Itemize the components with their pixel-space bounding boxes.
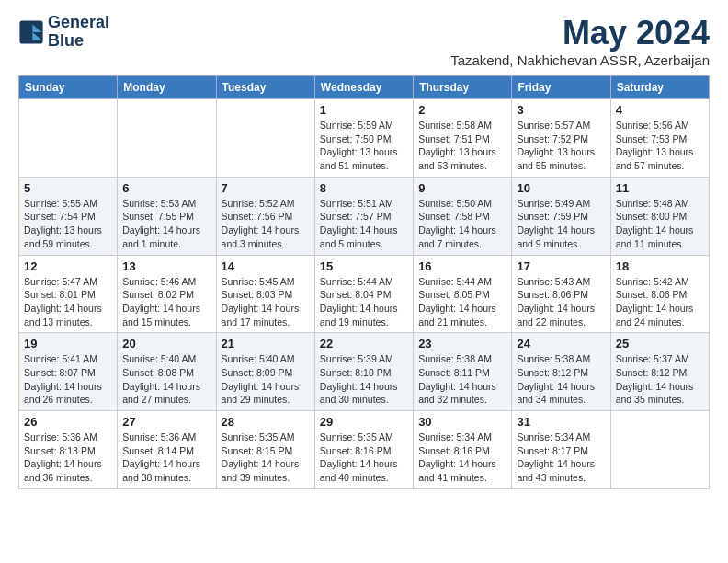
day-number: 12 xyxy=(24,259,112,273)
calendar-day-cell: 26Sunrise: 5:36 AM Sunset: 8:13 PM Dayli… xyxy=(19,411,118,489)
day-number: 14 xyxy=(222,259,310,273)
calendar-day-cell: 19Sunrise: 5:41 AM Sunset: 8:07 PM Dayli… xyxy=(19,333,118,411)
day-info: Sunrise: 5:44 AM Sunset: 8:05 PM Dayligh… xyxy=(418,275,506,329)
day-info: Sunrise: 5:39 AM Sunset: 8:10 PM Dayligh… xyxy=(320,352,408,407)
day-number: 5 xyxy=(24,181,112,195)
calendar-day-cell: 13Sunrise: 5:46 AM Sunset: 8:02 PM Dayli… xyxy=(118,255,216,333)
day-number: 25 xyxy=(616,337,704,350)
calendar-week-row: 26Sunrise: 5:36 AM Sunset: 8:13 PM Dayli… xyxy=(19,411,710,489)
day-info: Sunrise: 5:58 AM Sunset: 7:51 PM Dayligh… xyxy=(418,119,506,173)
calendar-day-cell: 18Sunrise: 5:42 AM Sunset: 8:06 PM Dayli… xyxy=(610,255,709,333)
col-sunday: Sunday xyxy=(19,76,118,99)
calendar-day-cell: 5Sunrise: 5:55 AM Sunset: 7:54 PM Daylig… xyxy=(19,177,118,255)
day-info: Sunrise: 5:48 AM Sunset: 8:00 PM Dayligh… xyxy=(616,197,704,251)
day-info: Sunrise: 5:56 AM Sunset: 7:53 PM Dayligh… xyxy=(616,119,704,173)
calendar-body: 1Sunrise: 5:59 AM Sunset: 7:50 PM Daylig… xyxy=(19,99,710,489)
day-number: 15 xyxy=(320,259,408,273)
day-info: Sunrise: 5:52 AM Sunset: 7:56 PM Dayligh… xyxy=(222,197,310,251)
calendar-day-cell: 21Sunrise: 5:40 AM Sunset: 8:09 PM Dayli… xyxy=(216,333,314,411)
day-number: 2 xyxy=(418,103,506,117)
calendar-day-cell: 4Sunrise: 5:56 AM Sunset: 7:53 PM Daylig… xyxy=(610,99,709,178)
calendar-day-cell: 20Sunrise: 5:40 AM Sunset: 8:08 PM Dayli… xyxy=(118,333,216,411)
day-number: 8 xyxy=(320,181,408,195)
page-container: General Blue May 2024 Tazakend, Nakhiche… xyxy=(0,0,728,503)
calendar-day-cell: 27Sunrise: 5:36 AM Sunset: 8:14 PM Dayli… xyxy=(118,411,216,489)
calendar-day-cell: 24Sunrise: 5:38 AM Sunset: 8:12 PM Dayli… xyxy=(512,333,610,411)
logo-text: General Blue xyxy=(48,14,109,51)
calendar-day-cell: 10Sunrise: 5:49 AM Sunset: 7:59 PM Dayli… xyxy=(512,177,610,255)
day-number: 3 xyxy=(517,103,605,117)
day-number: 27 xyxy=(122,415,210,429)
col-friday: Friday xyxy=(512,76,610,99)
calendar-day-cell xyxy=(610,411,709,489)
col-saturday: Saturday xyxy=(610,76,709,99)
day-info: Sunrise: 5:44 AM Sunset: 8:04 PM Dayligh… xyxy=(320,275,408,329)
calendar-day-cell: 16Sunrise: 5:44 AM Sunset: 8:05 PM Dayli… xyxy=(414,255,512,333)
day-number: 21 xyxy=(222,337,310,350)
day-number: 11 xyxy=(616,181,704,195)
day-number: 17 xyxy=(517,259,605,273)
col-monday: Monday xyxy=(118,76,216,99)
title-block: May 2024 Tazakend, Nakhichevan ASSR, Aze… xyxy=(450,14,710,68)
day-number: 30 xyxy=(418,415,506,429)
calendar-day-cell: 15Sunrise: 5:44 AM Sunset: 8:04 PM Dayli… xyxy=(314,255,413,333)
day-info: Sunrise: 5:45 AM Sunset: 8:03 PM Dayligh… xyxy=(222,275,310,329)
col-wednesday: Wednesday xyxy=(314,76,413,99)
day-info: Sunrise: 5:40 AM Sunset: 8:09 PM Dayligh… xyxy=(222,352,310,407)
calendar-table: Sunday Monday Tuesday Wednesday Thursday… xyxy=(18,75,710,489)
header-row: Sunday Monday Tuesday Wednesday Thursday… xyxy=(19,76,710,99)
calendar-header: Sunday Monday Tuesday Wednesday Thursday… xyxy=(19,76,710,99)
calendar-day-cell: 3Sunrise: 5:57 AM Sunset: 7:52 PM Daylig… xyxy=(512,99,610,178)
day-info: Sunrise: 5:34 AM Sunset: 8:17 PM Dayligh… xyxy=(517,431,605,485)
day-number: 10 xyxy=(517,181,605,195)
day-info: Sunrise: 5:57 AM Sunset: 7:52 PM Dayligh… xyxy=(517,119,605,173)
day-number: 13 xyxy=(122,259,210,273)
calendar-week-row: 5Sunrise: 5:55 AM Sunset: 7:54 PM Daylig… xyxy=(19,177,710,255)
day-number: 18 xyxy=(616,259,704,273)
calendar-day-cell: 11Sunrise: 5:48 AM Sunset: 8:00 PM Dayli… xyxy=(610,177,709,255)
location: Tazakend, Nakhichevan ASSR, Azerbaijan xyxy=(450,52,710,68)
logo-line2: Blue xyxy=(48,32,109,51)
day-info: Sunrise: 5:59 AM Sunset: 7:50 PM Dayligh… xyxy=(320,119,408,173)
day-number: 20 xyxy=(122,337,210,350)
calendar-day-cell: 31Sunrise: 5:34 AM Sunset: 8:17 PM Dayli… xyxy=(512,411,610,489)
day-info: Sunrise: 5:53 AM Sunset: 7:55 PM Dayligh… xyxy=(122,197,210,251)
day-number: 23 xyxy=(418,337,506,350)
day-number: 28 xyxy=(222,415,310,429)
logo-icon xyxy=(18,19,44,45)
calendar-day-cell: 29Sunrise: 5:35 AM Sunset: 8:16 PM Dayli… xyxy=(314,411,413,489)
day-number: 7 xyxy=(222,181,310,195)
col-tuesday: Tuesday xyxy=(216,76,314,99)
day-number: 24 xyxy=(517,337,605,350)
day-info: Sunrise: 5:49 AM Sunset: 7:59 PM Dayligh… xyxy=(517,197,605,251)
day-number: 31 xyxy=(517,415,605,429)
calendar-day-cell xyxy=(216,99,314,178)
day-number: 9 xyxy=(418,181,506,195)
calendar-day-cell: 12Sunrise: 5:47 AM Sunset: 8:01 PM Dayli… xyxy=(19,255,118,333)
calendar-week-row: 1Sunrise: 5:59 AM Sunset: 7:50 PM Daylig… xyxy=(19,99,710,178)
calendar-day-cell: 22Sunrise: 5:39 AM Sunset: 8:10 PM Dayli… xyxy=(314,333,413,411)
day-number: 4 xyxy=(616,103,704,117)
calendar-day-cell: 17Sunrise: 5:43 AM Sunset: 8:06 PM Dayli… xyxy=(512,255,610,333)
day-info: Sunrise: 5:36 AM Sunset: 8:13 PM Dayligh… xyxy=(24,431,112,485)
calendar-day-cell: 7Sunrise: 5:52 AM Sunset: 7:56 PM Daylig… xyxy=(216,177,314,255)
calendar-day-cell: 14Sunrise: 5:45 AM Sunset: 8:03 PM Dayli… xyxy=(216,255,314,333)
day-number: 19 xyxy=(24,337,112,350)
day-number: 6 xyxy=(122,181,210,195)
day-info: Sunrise: 5:36 AM Sunset: 8:14 PM Dayligh… xyxy=(122,431,210,485)
page-header: General Blue May 2024 Tazakend, Nakhiche… xyxy=(18,14,710,68)
day-info: Sunrise: 5:55 AM Sunset: 7:54 PM Dayligh… xyxy=(24,197,112,251)
day-info: Sunrise: 5:42 AM Sunset: 8:06 PM Dayligh… xyxy=(616,275,704,329)
day-info: Sunrise: 5:47 AM Sunset: 8:01 PM Dayligh… xyxy=(24,275,112,329)
day-info: Sunrise: 5:50 AM Sunset: 7:58 PM Dayligh… xyxy=(418,197,506,251)
calendar-day-cell xyxy=(118,99,216,178)
logo: General Blue xyxy=(18,14,109,51)
day-info: Sunrise: 5:35 AM Sunset: 8:15 PM Dayligh… xyxy=(222,431,310,485)
logo-line1: General xyxy=(48,14,109,32)
calendar-day-cell: 28Sunrise: 5:35 AM Sunset: 8:15 PM Dayli… xyxy=(216,411,314,489)
day-number: 16 xyxy=(418,259,506,273)
calendar-day-cell: 9Sunrise: 5:50 AM Sunset: 7:58 PM Daylig… xyxy=(414,177,512,255)
day-info: Sunrise: 5:41 AM Sunset: 8:07 PM Dayligh… xyxy=(24,352,112,407)
day-number: 29 xyxy=(320,415,408,429)
calendar-week-row: 19Sunrise: 5:41 AM Sunset: 8:07 PM Dayli… xyxy=(19,333,710,411)
